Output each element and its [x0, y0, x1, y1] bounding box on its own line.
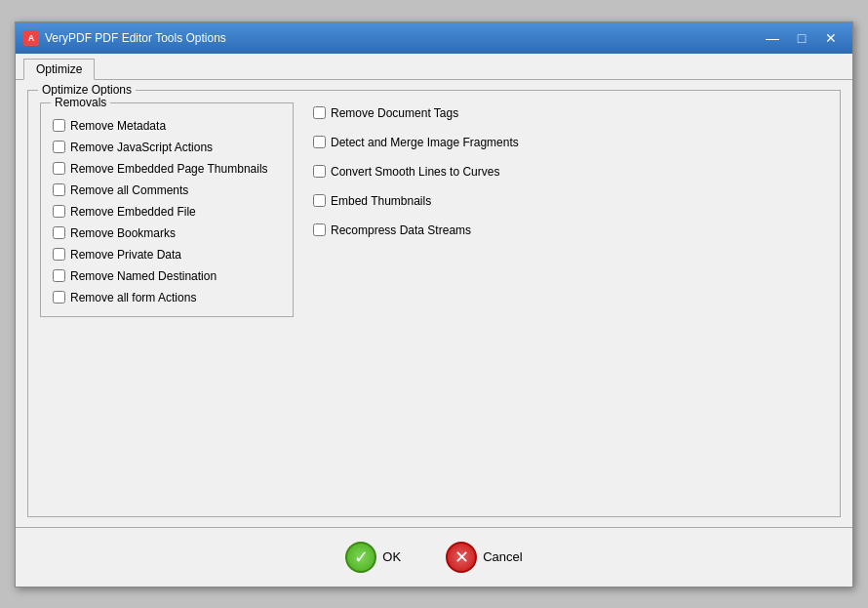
remove-bookmarks-item: Remove Bookmarks — [53, 226, 281, 240]
ok-label: OK — [382, 549, 401, 564]
embed-thumbnails-item: Embed Thumbnails — [313, 194, 519, 208]
remove-private-data-label[interactable]: Remove Private Data — [70, 248, 181, 262]
remove-private-data-checkbox[interactable] — [53, 248, 65, 261]
optimize-options-label: Optimize Options — [38, 83, 136, 97]
tab-optimize[interactable]: Optimize — [23, 59, 95, 80]
remove-embedded-thumbnails-checkbox[interactable] — [53, 162, 65, 175]
remove-javascript-item: Remove JavaScript Actions — [53, 141, 281, 154]
embed-thumbnails-label[interactable]: Embed Thumbnails — [331, 194, 431, 208]
title-bar: A VeryPDF PDF Editor Tools Options — □ ✕ — [16, 22, 852, 54]
minimize-button[interactable]: — — [759, 27, 786, 49]
cancel-label: Cancel — [483, 549, 522, 564]
remove-embedded-thumbnails-label[interactable]: Remove Embedded Page Thumbnails — [70, 162, 268, 176]
ok-icon: ✓ — [345, 542, 376, 573]
detect-merge-image-checkbox[interactable] — [313, 136, 326, 148]
remove-javascript-checkbox[interactable] — [53, 141, 65, 153]
recompress-data-streams-label[interactable]: Recompress Data Streams — [331, 223, 471, 237]
app-icon: A — [23, 30, 39, 46]
remove-javascript-label[interactable]: Remove JavaScript Actions — [70, 141, 213, 154]
remove-bookmarks-label[interactable]: Remove Bookmarks — [70, 226, 176, 240]
remove-embedded-file-label[interactable]: Remove Embedded File — [70, 205, 196, 219]
remove-private-data-item: Remove Private Data — [53, 248, 281, 262]
cancel-icon: ✕ — [446, 542, 477, 573]
remove-document-tags-checkbox[interactable] — [313, 106, 326, 119]
removals-label: Removals — [51, 96, 110, 109]
remove-document-tags-label[interactable]: Remove Document Tags — [331, 106, 458, 120]
remove-all-comments-item: Remove all Comments — [53, 183, 281, 197]
main-window: A VeryPDF PDF Editor Tools Options — □ ✕… — [15, 21, 853, 588]
detect-merge-image-item: Detect and Merge Image Fragments — [313, 136, 519, 149]
remove-form-actions-label[interactable]: Remove all form Actions — [70, 291, 196, 304]
convert-smooth-lines-checkbox[interactable] — [313, 165, 326, 178]
tab-bar: Optimize — [16, 54, 852, 80]
recompress-data-streams-item: Recompress Data Streams — [313, 223, 519, 237]
remove-all-comments-checkbox[interactable] — [53, 183, 65, 196]
remove-document-tags-item: Remove Document Tags — [313, 106, 519, 120]
remove-named-destination-checkbox[interactable] — [53, 269, 65, 282]
cancel-button[interactable]: ✕ Cancel — [438, 538, 530, 577]
embed-thumbnails-checkbox[interactable] — [313, 194, 326, 207]
remove-embedded-file-item: Remove Embedded File — [53, 205, 281, 219]
remove-all-comments-label[interactable]: Remove all Comments — [70, 183, 188, 197]
convert-smooth-lines-item: Convert Smooth Lines to Curves — [313, 165, 519, 179]
main-content: Optimize Options Removals Remove Metadat… — [16, 80, 852, 527]
remove-bookmarks-checkbox[interactable] — [53, 226, 65, 239]
remove-named-destination-item: Remove Named Destination — [53, 269, 281, 283]
footer: ✓ OK ✕ Cancel — [16, 527, 852, 587]
recompress-data-streams-checkbox[interactable] — [313, 223, 326, 236]
group-content: Removals Remove Metadata Remove JavaScri… — [40, 102, 828, 508]
remove-embedded-thumbnails-item: Remove Embedded Page Thumbnails — [53, 162, 281, 176]
remove-embedded-file-checkbox[interactable] — [53, 205, 65, 218]
remove-form-actions-checkbox[interactable] — [53, 291, 65, 304]
removals-group: Removals Remove Metadata Remove JavaScri… — [40, 102, 294, 317]
close-button[interactable]: ✕ — [817, 27, 845, 49]
removals-items: Remove Metadata Remove JavaScript Action… — [53, 119, 281, 304]
detect-merge-image-label[interactable]: Detect and Merge Image Fragments — [331, 136, 519, 149]
remove-metadata-item: Remove Metadata — [53, 119, 281, 133]
optimize-options-group: Optimize Options Removals Remove Metadat… — [27, 90, 841, 517]
remove-form-actions-item: Remove all form Actions — [53, 291, 281, 304]
title-bar-controls: — □ ✕ — [759, 27, 845, 49]
convert-smooth-lines-label[interactable]: Convert Smooth Lines to Curves — [331, 165, 499, 179]
remove-metadata-label[interactable]: Remove Metadata — [70, 119, 166, 133]
remove-named-destination-label[interactable]: Remove Named Destination — [70, 269, 217, 283]
remove-metadata-checkbox[interactable] — [53, 119, 65, 132]
right-options: Remove Document Tags Detect and Merge Im… — [313, 102, 519, 508]
window-title: VeryPDF PDF Editor Tools Options — [45, 31, 759, 45]
ok-button[interactable]: ✓ OK — [337, 538, 409, 577]
maximize-button[interactable]: □ — [788, 27, 815, 49]
